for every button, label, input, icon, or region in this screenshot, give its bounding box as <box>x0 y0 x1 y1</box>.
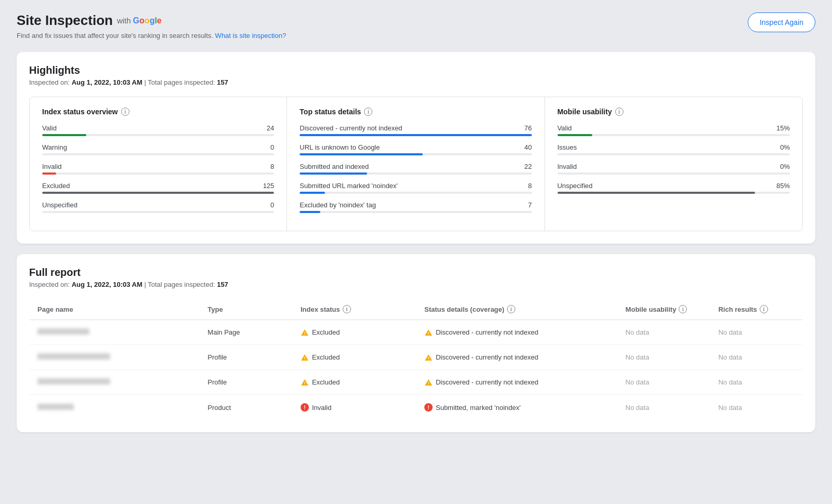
th-mobile-usability-label: Mobile usability <box>626 306 677 313</box>
bar-label-row: URL is unknown to Google 40 <box>300 143 531 151</box>
subtitle-text: Find and fix issues that affect your sit… <box>17 32 213 39</box>
bar-fill <box>42 134 86 136</box>
bar-track <box>42 173 274 175</box>
highlights-total-label: Total pages inspected: <box>148 78 215 86</box>
bar-row: Submitted URL marked 'noindex' 8 <box>300 182 531 194</box>
bar-label-row: Issues 0% <box>557 143 790 151</box>
bar-label-row: Discovered - currently not indexed 76 <box>300 124 531 132</box>
bar-fill <box>42 173 56 175</box>
bar-label: Invalid <box>42 163 62 170</box>
bar-value: 8 <box>270 163 274 170</box>
highlights-inspected-date: Aug 1, 2022, 10:03 AM <box>72 78 142 86</box>
google-o1: o <box>139 16 145 25</box>
bar-label: Issues <box>557 143 577 151</box>
bar-track <box>557 173 790 175</box>
page-subtitle: Find and fix issues that affect your sit… <box>17 32 286 39</box>
td-rich-results: No data <box>710 320 803 345</box>
svg-text:!: ! <box>304 405 305 410</box>
index-status-panel: Index status overview i Valid 24 Warning… <box>30 97 287 231</box>
google-e: e <box>157 16 162 25</box>
page-name-blurred <box>37 404 74 410</box>
bar-fill <box>300 173 367 175</box>
index-status-bars: Valid 24 Warning 0 Invalid 8 <box>42 124 274 213</box>
invalid-icon: ! <box>301 403 309 412</box>
th-status-details-info-icon[interactable]: i <box>507 305 515 313</box>
td-mobile-usability: No data <box>617 345 710 370</box>
bar-label: Excluded <box>42 182 70 190</box>
th-status-details-inner: Status details (coverage) i <box>424 305 609 313</box>
th-index-status-info-icon[interactable]: i <box>343 305 351 313</box>
full-report-inspected-date: Aug 1, 2022, 10:03 AM <box>72 281 142 288</box>
highlights-grid: Index status overview i Valid 24 Warning… <box>29 97 803 231</box>
bar-track <box>42 192 274 194</box>
th-rich-results-label: Rich results <box>718 306 757 313</box>
svg-text:!: ! <box>428 331 430 336</box>
bar-value: 0% <box>780 143 790 151</box>
page-title: Site Inspection <box>17 12 113 29</box>
th-type-label: Type <box>207 306 223 313</box>
th-type: Type <box>199 299 292 320</box>
top-status-info-icon[interactable]: i <box>364 108 372 116</box>
th-mobile-usability-info-icon[interactable]: i <box>679 305 687 313</box>
th-rich-results-info-icon[interactable]: i <box>760 305 768 313</box>
td-status-details: ! Discovered - currently not indexed <box>416 320 617 345</box>
status-details-text: Discovered - currently not indexed <box>436 353 538 361</box>
index-status-info-icon[interactable]: i <box>121 108 129 116</box>
bar-value: 125 <box>263 182 275 190</box>
bar-label: Warning <box>42 143 67 151</box>
bar-label: Submitted URL marked 'noindex' <box>300 182 398 190</box>
bar-label-row: Submitted URL marked 'noindex' 8 <box>300 182 531 190</box>
bar-fill <box>557 134 592 136</box>
index-status-text: Invalid <box>312 404 332 412</box>
bar-track <box>557 153 790 155</box>
index-status-badge: ! Invalid <box>301 403 408 412</box>
full-report-title: Full report <box>29 267 803 278</box>
mobile-usability-info-icon[interactable]: i <box>615 108 623 116</box>
mobile-no-data: No data <box>626 328 649 336</box>
th-index-status-inner: Index status i <box>301 305 408 313</box>
top-status-bars: Discovered - currently not indexed 76 UR… <box>300 124 531 213</box>
bar-row: Discovered - currently not indexed 76 <box>300 124 531 136</box>
full-report-card: Full report Inspected on: Aug 1, 2022, 1… <box>17 254 815 432</box>
bar-label: URL is unknown to Google <box>300 143 380 151</box>
bar-label: Valid <box>557 124 572 132</box>
svg-text:!: ! <box>304 356 306 361</box>
google-logo: Google <box>133 16 162 25</box>
td-type: Product <box>199 395 292 420</box>
th-mobile-usability: Mobile usability i <box>617 299 710 320</box>
bar-label: Unspecified <box>42 201 77 209</box>
bar-label-row: Valid 24 <box>42 124 274 132</box>
bar-label-row: Submitted and indexed 22 <box>300 163 531 170</box>
bar-label: Discovered - currently not indexed <box>300 124 402 132</box>
bar-label-row: Invalid 0% <box>557 163 790 170</box>
bar-fill <box>300 153 423 155</box>
bar-row: Warning 0 <box>42 143 274 155</box>
google-g2: g <box>150 16 155 25</box>
highlights-meta: Inspected on: Aug 1, 2022, 10:03 AM | To… <box>29 78 803 86</box>
type-text: Main Page <box>207 328 240 336</box>
what-is-inspection-link[interactable]: What is site inspection? <box>215 32 287 39</box>
title-row: Site Inspection with Google <box>17 12 286 29</box>
svg-text:!: ! <box>304 331 306 336</box>
report-table-head: Page name Type Index status i Status det… <box>29 299 803 320</box>
td-rich-results: No data <box>710 345 803 370</box>
excluded-icon: ! <box>301 379 309 386</box>
td-status-details: ! Discovered - currently not indexed <box>416 345 617 370</box>
bar-track <box>42 153 274 155</box>
mobile-no-data: No data <box>626 353 649 361</box>
report-table-body: Main Page ! Excluded ! Discovered - curr… <box>29 320 803 420</box>
bar-track <box>557 192 790 194</box>
bar-fill <box>42 192 274 194</box>
inspect-again-button[interactable]: Inspect Again <box>748 12 815 32</box>
bar-track <box>300 192 531 194</box>
index-status-badge: ! Excluded <box>301 328 408 336</box>
bar-fill <box>300 211 320 213</box>
type-text: Profile <box>207 353 227 361</box>
status-details-badge: ! Submitted, marked 'noindex' <box>424 403 609 412</box>
td-page-name <box>29 320 199 345</box>
bar-row: Submitted and indexed 22 <box>300 163 531 175</box>
bar-label: Unspecified <box>557 182 593 190</box>
bar-label: Excluded by 'noindex' tag <box>300 201 376 209</box>
bar-value: 0 <box>270 143 274 151</box>
td-type: Main Page <box>199 320 292 345</box>
